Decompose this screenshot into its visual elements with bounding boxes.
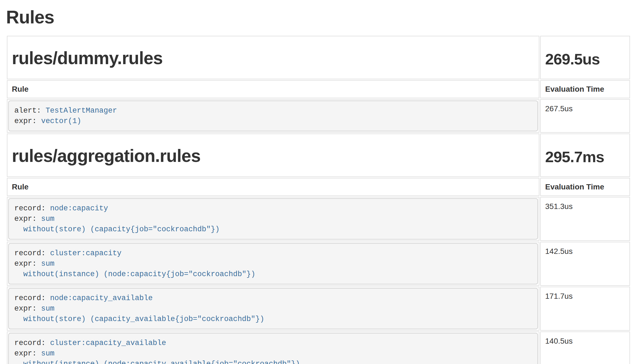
rule-group-name-cell: rules/aggregation.rules xyxy=(7,134,539,177)
rule-expr-link[interactable]: sum without(store) (capacity_available{j… xyxy=(14,305,264,323)
rule-column-header: Rule xyxy=(7,80,539,98)
rules-table-body: rules/dummy.rules 269.5us Rule Evaluatio… xyxy=(7,36,630,364)
rule-row: record: node:capacity_available expr: su… xyxy=(7,287,630,331)
expr-keyword: expr: xyxy=(14,260,41,268)
rule-row: record: cluster:capacity_available expr:… xyxy=(7,332,630,364)
rule-row: alert: TestAlertManager expr: vector(1) … xyxy=(7,99,630,133)
rule-group-evaluation-time: 295.7ms xyxy=(545,148,604,165)
rule-expr-link[interactable]: sum without(instance) (node:capacity{job… xyxy=(14,260,255,278)
rule-group-name-cell: rules/dummy.rules xyxy=(7,36,539,79)
rule-cell: alert: TestAlertManager expr: vector(1) xyxy=(7,99,539,133)
rule-row: record: cluster:capacity expr: sum witho… xyxy=(7,242,630,286)
page-title: Rules xyxy=(6,7,631,28)
column-header-row: Rule Evaluation Time xyxy=(7,178,630,196)
rule-name-link[interactable]: cluster:capacity xyxy=(50,249,121,257)
expr-keyword: expr: xyxy=(14,215,41,223)
rule-keyword: record: xyxy=(14,294,50,302)
rule-definition: alert: TestAlertManager expr: vector(1) xyxy=(8,100,538,131)
rule-group-name: rules/aggregation.rules xyxy=(12,146,201,166)
rule-keyword: record: xyxy=(14,339,50,347)
rule-evaluation-time: 142.5us xyxy=(540,242,630,286)
rule-definition: record: cluster:capacity_available expr:… xyxy=(8,333,538,364)
evaluation-time-column-header: Evaluation Time xyxy=(540,80,630,98)
rule-group-evaluation-time: 269.5us xyxy=(545,50,600,68)
rule-keyword: record: xyxy=(14,204,50,213)
rule-evaluation-time: 140.5us xyxy=(540,332,630,364)
rule-cell: record: node:capacity expr: sum without(… xyxy=(7,197,539,241)
expr-keyword: expr: xyxy=(14,117,41,125)
rule-group-header-row: rules/aggregation.rules 295.7ms xyxy=(7,134,630,177)
rule-definition: record: node:capacity_available expr: su… xyxy=(8,288,538,329)
evaluation-time-column-header: Evaluation Time xyxy=(540,178,630,196)
rule-name-link[interactable]: node:capacity xyxy=(50,204,108,213)
rule-keyword: alert: xyxy=(14,107,45,115)
rule-definition: record: node:capacity expr: sum without(… xyxy=(8,198,538,240)
rule-name-link[interactable]: node:capacity_available xyxy=(50,294,153,302)
rule-name-link[interactable]: cluster:capacity_available xyxy=(50,339,166,347)
rule-expr-link[interactable]: sum without(instance) (node:capacity_ava… xyxy=(14,349,300,364)
rule-group-evaluation-time-cell: 295.7ms xyxy=(540,134,630,177)
rule-expr-link[interactable]: sum without(store) (capacity{job="cockro… xyxy=(14,215,220,233)
rule-evaluation-time: 267.5us xyxy=(540,99,630,133)
rules-table: rules/dummy.rules 269.5us Rule Evaluatio… xyxy=(6,35,631,364)
rule-evaluation-time: 171.7us xyxy=(540,287,630,331)
expr-keyword: expr: xyxy=(14,305,41,313)
expr-keyword: expr: xyxy=(14,349,41,358)
rule-row: record: node:capacity expr: sum without(… xyxy=(7,197,630,241)
rule-name-link[interactable]: TestAlertManager xyxy=(45,107,117,115)
rule-column-header: Rule xyxy=(7,178,539,196)
rule-cell: record: cluster:capacity expr: sum witho… xyxy=(7,242,539,286)
rule-keyword: record: xyxy=(14,249,50,257)
rule-group-header-row: rules/dummy.rules 269.5us xyxy=(7,36,630,79)
rule-evaluation-time: 351.3us xyxy=(540,197,630,241)
rule-group-name: rules/dummy.rules xyxy=(12,48,163,68)
rule-cell: record: cluster:capacity_available expr:… xyxy=(7,332,539,364)
rule-definition: record: cluster:capacity expr: sum witho… xyxy=(8,243,538,284)
rule-expr-link[interactable]: vector(1) xyxy=(41,117,81,125)
column-header-row: Rule Evaluation Time xyxy=(7,80,630,98)
rule-cell: record: node:capacity_available expr: su… xyxy=(7,287,539,331)
rule-group-evaluation-time-cell: 269.5us xyxy=(540,36,630,79)
